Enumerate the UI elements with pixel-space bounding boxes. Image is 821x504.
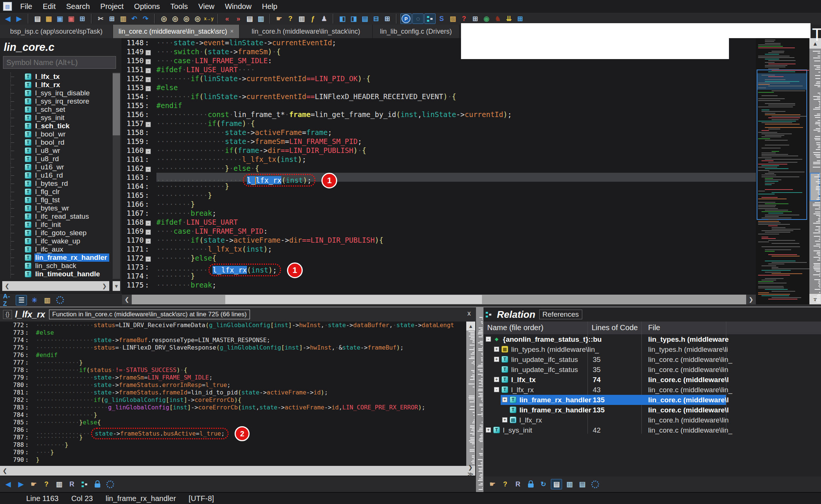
scroll-right-icon[interactable]: ❯	[100, 283, 109, 289]
paste-icon[interactable]: ▥	[118, 14, 128, 24]
sidebar-item-lin_timeout_handle[interactable]: Tlin_timeout_handle	[0, 270, 109, 278]
line-gutter[interactable]: 786:	[0, 426, 36, 434]
symbol-categories-icon[interactable]: ✳	[29, 295, 40, 305]
code-minimap[interactable]	[756, 38, 809, 304]
menu-item-view[interactable]: View	[193, 0, 220, 13]
line-gutter[interactable]: 776:	[0, 351, 36, 359]
preview-scroll-right-icon[interactable]: ❯ ≫	[466, 464, 475, 477]
line-gutter[interactable]: 778:	[0, 366, 36, 374]
shift-left-icon[interactable]: «	[222, 14, 232, 24]
line-gutter[interactable]: 785:	[0, 419, 36, 426]
relation-row-l_lfx_tx[interactable]: +Tl_lfx_tx74lin_core.c (middleware\l	[483, 375, 821, 385]
copy-icon[interactable]: ⊞	[107, 14, 117, 24]
line-gutter[interactable]: 1164:	[122, 182, 156, 191]
sidebar-item-l_sys_irq_disable[interactable]: Tl_sys_irq_disable	[0, 89, 109, 97]
line-gutter[interactable]: 1155:	[122, 101, 156, 110]
line-gutter[interactable]: 1169-	[122, 227, 156, 236]
fold-icon[interactable]: -	[146, 50, 151, 55]
close-icon[interactable]: x	[467, 310, 471, 317]
browse-mode-icon[interactable]: ☛	[274, 14, 284, 24]
tab-bsp_isp.c[interactable]: bsp_isp.c (app\source\lspTask)	[0, 25, 113, 38]
sidebar-item-l_u8_wr[interactable]: Tl_u8_wr	[0, 147, 109, 155]
layout-split-right-icon[interactable]: ◨	[348, 14, 359, 24]
browse-mode-icon[interactable]: ☛	[28, 479, 39, 489]
browse-mode-icon[interactable]: ☛	[487, 479, 498, 489]
search-forward-icon[interactable]: ◎	[170, 14, 180, 24]
refresh-icon[interactable]: ↻	[538, 479, 549, 489]
sidebar-item-l_ifc_wake_up[interactable]: Tl_ifc_wake_up	[0, 237, 109, 245]
relation-window-icon[interactable]	[424, 13, 436, 24]
sidebar-item-l_lfx_rx[interactable]: Tl_lfx_rx	[0, 81, 109, 89]
back-icon[interactable]: ◀	[3, 14, 13, 24]
symbol-list-icon[interactable]: ☰	[16, 295, 27, 305]
sidebar-item-l_bytes_wr[interactable]: Tl_bytes_wr	[0, 204, 109, 212]
relation-row-lin_types.h (middleware\lin_[interactable]: +▦lin_types.h (middleware\lin_lin_types.…	[483, 344, 821, 354]
scroll-down-icon[interactable]: ▼	[113, 281, 120, 291]
line-gutter[interactable]: 1153-	[122, 83, 156, 92]
browse-project-icon[interactable]: ◉	[481, 14, 492, 24]
fold-icon[interactable]: -	[146, 59, 151, 64]
line-gutter[interactable]: 777:	[0, 359, 36, 366]
sidebar-item-l_flg_tst[interactable]: Tl_flg_tst	[0, 196, 109, 204]
layout-rows-icon[interactable]: ▤	[360, 14, 370, 24]
fold-icon[interactable]: -	[146, 68, 151, 73]
style-properties-icon[interactable]: S	[436, 14, 447, 24]
line-gutter[interactable]: 773:	[0, 329, 36, 336]
line-gutter[interactable]: 1149-	[122, 47, 156, 56]
line-gutter[interactable]: 772:	[0, 322, 36, 329]
relation-row-lin_update_ifc_status[interactable]: +Tlin_update_ifc_status35lin_core.c (mid…	[483, 354, 821, 365]
menu-item-project[interactable]: Project	[95, 0, 129, 13]
editor-hscroll-thumb[interactable]	[225, 295, 482, 304]
sidebar-item-l_sch_set[interactable]: Tl_sch_set	[0, 105, 109, 114]
sort-alphabetic-icon[interactable]: A-Z	[3, 295, 13, 305]
menu-item-file[interactable]: File	[15, 0, 37, 13]
relation-row-lin_frame_rx_handler[interactable]: +Tlin_frame_rx_handler135lin_core.c (mid…	[483, 395, 821, 405]
app-window-icon[interactable]: ▤	[3, 2, 12, 11]
browse-files-icon[interactable]: ▥	[42, 295, 52, 305]
line-gutter[interactable]: 1167:	[122, 209, 156, 218]
fold-icon[interactable]: -	[146, 239, 151, 244]
relation-row-lin_update_ifc_status[interactable]: Tlin_update_ifc_status35lin_core.c (midd…	[483, 365, 821, 375]
line-gutter[interactable]: 1159:	[122, 137, 156, 146]
fold-icon[interactable]: -	[146, 221, 151, 226]
tab-close-icon[interactable]: ×	[230, 28, 234, 35]
view-list-icon[interactable]: ▤	[551, 479, 562, 489]
line-gutter[interactable]: 790:	[0, 456, 36, 464]
line-gutter[interactable]: 788:	[0, 441, 36, 449]
relation-window-icon[interactable]	[79, 479, 90, 489]
expand-plus-icon[interactable]: +	[494, 377, 499, 382]
sidebar-item-l_u8_rd[interactable]: Tl_u8_rd	[0, 155, 109, 163]
line-gutter[interactable]: 775:	[0, 344, 36, 351]
column-header-file[interactable]: File	[648, 323, 660, 332]
save-all-icon[interactable]: ⊞	[77, 14, 88, 24]
line-gutter[interactable]: 1154:	[122, 92, 156, 101]
cut-icon[interactable]: ✂	[95, 14, 106, 24]
settings-icon[interactable]	[55, 295, 65, 305]
scroll-left-icon[interactable]: ❮	[2, 283, 12, 289]
fold-icon[interactable]: -	[146, 149, 151, 154]
lock-icon[interactable]	[525, 479, 536, 489]
new-file-icon[interactable]: ▤	[32, 14, 43, 24]
menu-item-tools[interactable]: Tools	[165, 0, 193, 13]
expand-minus-icon[interactable]: -	[494, 387, 499, 392]
view-window-icon[interactable]: ▥	[256, 14, 266, 24]
menu-item-options[interactable]: Options	[129, 0, 165, 13]
sidebar-item-l_ifc_aux[interactable]: Tl_ifc_aux	[0, 245, 109, 253]
fold-icon[interactable]: -	[146, 122, 151, 127]
line-gutter[interactable]: 1174:	[122, 271, 156, 280]
sidebar-item-l_u16_wr[interactable]: Tl_u16_wr	[0, 163, 109, 171]
line-gutter[interactable]: 774:	[0, 336, 36, 344]
menu-item-edit[interactable]: Edit	[37, 0, 61, 13]
macro-run-icon[interactable]: ♞	[492, 14, 503, 24]
preview-hscrollbar[interactable]: ❮ ❯ ≫	[0, 466, 475, 476]
relation-row-l_lfx_rx[interactable]: -Tl_lfx_rx43lin_core.c (middleware\lin_	[483, 385, 821, 395]
settings-icon[interactable]	[105, 479, 115, 489]
expand-plus-icon[interactable]: +	[502, 417, 507, 422]
open-folder-icon[interactable]: ▦	[43, 14, 54, 24]
compare-folders-icon[interactable]: ▨	[448, 14, 458, 24]
line-gutter[interactable]: 1152-	[122, 74, 156, 83]
line-gutter[interactable]: 783:	[0, 404, 36, 411]
project-symbols-icon[interactable]: P	[400, 13, 412, 24]
sidebar-item-l_bool_rd[interactable]: Tl_bool_rd	[0, 138, 109, 147]
sidebar-item-l_sch_tick[interactable]: Tl_sch_tick	[0, 122, 109, 130]
